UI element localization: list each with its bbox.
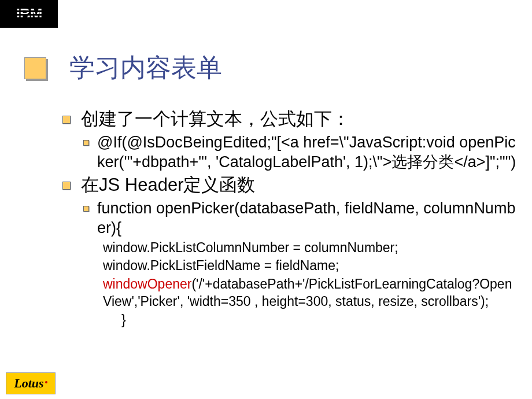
bullet-level2: function openPicker(databasePath, fieldN… bbox=[83, 199, 520, 238]
lotus-logo-text: Lotus bbox=[14, 376, 43, 391]
bullet-text: @If(@IsDocBeingEdited;"[<a href=\"JavaSc… bbox=[97, 133, 520, 172]
lotus-logo: Lotus bbox=[6, 372, 56, 394]
content-area: 创建了一个计算文本，公式如下： @If(@IsDocBeingEdited;"[… bbox=[62, 108, 520, 330]
ibm-logo-text: IBM bbox=[16, 5, 42, 23]
bullet-text: function openPicker(databasePath, fieldN… bbox=[97, 199, 520, 238]
code-line: window.PickListColumnNumber = columnNumb… bbox=[98, 239, 520, 257]
code-text: window.PickListColumnNumber = columnNumb… bbox=[98, 239, 520, 257]
title-bullet-block bbox=[24, 57, 46, 79]
bullet-text: 在JS Header定义函数 bbox=[81, 173, 255, 197]
code-text: windowOpener('/'+databasePath+'/PickList… bbox=[98, 276, 520, 311]
lotus-dot-icon bbox=[45, 381, 47, 383]
bullet-level2: @If(@IsDocBeingEdited;"[<a href=\"JavaSc… bbox=[83, 133, 520, 172]
title-row: 学习内容表单 bbox=[24, 51, 222, 85]
code-line: } bbox=[117, 312, 520, 329]
bullet-square-icon bbox=[83, 206, 89, 212]
bullet-level1: 创建了一个计算文本，公式如下： bbox=[62, 108, 520, 131]
bullet-square-icon bbox=[62, 116, 71, 124]
bullet-level1: 在JS Header定义函数 bbox=[62, 173, 520, 197]
slide: IBM 学习内容表单 创建了一个计算文本，公式如下： @If(@IsDocBei… bbox=[0, 0, 532, 399]
code-brace: } bbox=[117, 312, 520, 329]
ibm-logo: IBM bbox=[0, 0, 58, 28]
bullet-text: 创建了一个计算文本，公式如下： bbox=[81, 108, 350, 131]
slide-title: 学习内容表单 bbox=[69, 51, 222, 85]
code-line: windowOpener('/'+databasePath+'/PickList… bbox=[98, 276, 520, 311]
red-text: windowOpener bbox=[103, 276, 191, 291]
code-line: window.PickListFieldName = fieldName; bbox=[98, 257, 520, 275]
bullet-square-icon bbox=[62, 182, 71, 190]
bullet-square-icon bbox=[83, 140, 89, 146]
code-text: window.PickListFieldName = fieldName; bbox=[98, 257, 520, 275]
